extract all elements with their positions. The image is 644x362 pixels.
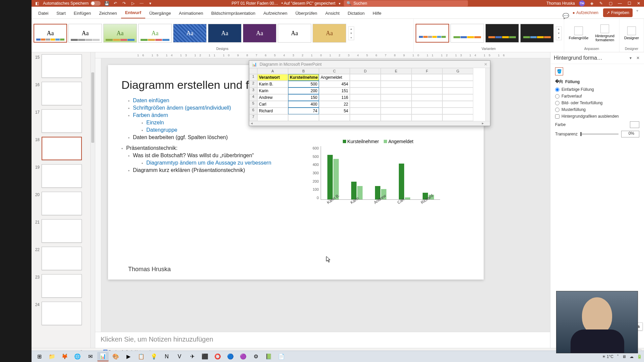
- taskbar-telegram[interactable]: ✈: [186, 352, 198, 361]
- thumb-21[interactable]: [42, 219, 82, 243]
- tab-hilfe[interactable]: Hilfe: [369, 8, 385, 18]
- from-beginning-icon[interactable]: ▷: [130, 1, 136, 6]
- share-button[interactable]: ↗Freigeben: [603, 8, 633, 17]
- variant-4[interactable]: [520, 24, 554, 43]
- slide-size-button[interactable]: Foliengröße: [566, 25, 591, 41]
- document-title[interactable]: PPT 01 Roter Faden 00…: [232, 1, 278, 6]
- taskbar-app5[interactable]: ⬛: [199, 352, 211, 361]
- thumb-19[interactable]: [42, 164, 82, 188]
- variants-more[interactable]: ▲▼▾: [556, 26, 562, 40]
- taskbar-app4[interactable]: V: [174, 352, 185, 361]
- tab-zeichnen[interactable]: Zeichnen: [95, 8, 121, 18]
- theme-9[interactable]: Aa: [313, 24, 346, 43]
- fill-solid[interactable]: Einfarbige Füllung: [555, 87, 639, 92]
- tray-cloud-icon[interactable]: ☁: [630, 354, 634, 359]
- theme-office[interactable]: Aa: [34, 24, 67, 43]
- tab-bildschirm[interactable]: Bildschirmpräsentation: [207, 8, 260, 18]
- thumb-15[interactable]: [42, 54, 82, 78]
- tray-chevron-icon[interactable]: ˄: [617, 354, 619, 359]
- tab-einfuegen[interactable]: Einfügen: [70, 8, 95, 18]
- weather-widget[interactable]: ☀ 1°C: [602, 354, 613, 359]
- tab-entwurf[interactable]: Entwurf: [121, 7, 145, 18]
- thumb-16[interactable]: [42, 82, 82, 105]
- thumbs-scrollbar[interactable]: [90, 52, 95, 348]
- tab-animationen[interactable]: Animationen: [175, 8, 207, 18]
- theme-4[interactable]: Aa: [138, 24, 172, 43]
- taskbar-excel[interactable]: 📗: [263, 352, 274, 361]
- user-name[interactable]: Thomas Hruska: [546, 1, 575, 6]
- fill-gradient[interactable]: Farbverlauf: [555, 94, 639, 99]
- slide-author[interactable]: Thomas Hruska: [128, 266, 171, 273]
- theme-2[interactable]: Aa: [68, 24, 102, 43]
- datasheet-close-icon[interactable]: ✕: [484, 62, 487, 67]
- theme-8[interactable]: Aa: [278, 24, 311, 43]
- taskbar-app3[interactable]: 💡: [148, 352, 160, 361]
- chart-datasheet[interactable]: 📊 Diagramm in Microsoft PowerPoint ✕ ABC…: [249, 60, 490, 126]
- thumb-24[interactable]: [42, 302, 82, 325]
- taskbar-app9[interactable]: 📄: [276, 352, 287, 361]
- taskbar-onenote[interactable]: N: [161, 352, 172, 361]
- pane-close-icon[interactable]: ✕: [635, 55, 641, 61]
- taskbar-outlook[interactable]: ✉: [85, 352, 96, 361]
- notes-pane[interactable]: Klicken Sie, um Notizen hinzuzufügen: [95, 332, 550, 348]
- dropdown-icon[interactable]: ▾: [339, 2, 340, 5]
- user-avatar[interactable]: TH: [579, 0, 585, 6]
- pen-icon[interactable]: ✎: [598, 1, 604, 6]
- fill-picture[interactable]: Bild- oder Texturfüllung: [555, 101, 639, 105]
- tab-datei[interactable]: Datei: [34, 8, 52, 18]
- minimize-button[interactable]: —: [617, 1, 623, 6]
- tab-uebergaenge[interactable]: Übergänge: [145, 8, 175, 18]
- record-button[interactable]: ●Aufzeichnen: [569, 8, 602, 17]
- taskbar-app2[interactable]: 📋: [136, 352, 147, 361]
- taskbar-vlc[interactable]: ▶: [123, 352, 134, 361]
- designer-button[interactable]: Designer: [622, 25, 642, 41]
- redo-icon[interactable]: ↷: [121, 1, 127, 6]
- more-icon[interactable]: ⋯: [139, 1, 144, 6]
- datasheet-vscroll[interactable]: [485, 68, 490, 121]
- tab-dictation[interactable]: Dictation: [343, 8, 369, 18]
- undo-icon[interactable]: ↶: [113, 1, 118, 6]
- taskbar-app6[interactable]: ⭕: [212, 352, 223, 361]
- chart[interactable]: Kursteilnehmer Angemeldet 60050040030020…: [313, 139, 440, 219]
- fill-pattern[interactable]: Musterfüllung: [555, 107, 639, 112]
- taskbar-explorer[interactable]: 📁: [46, 352, 58, 361]
- autosave-toggle[interactable]: Automatisches Speichern: [43, 1, 101, 6]
- close-button[interactable]: ✕: [636, 1, 641, 6]
- pane-dropdown-icon[interactable]: ▾: [628, 55, 633, 61]
- color-picker[interactable]: [630, 121, 639, 128]
- tray-display-icon[interactable]: 🖥: [622, 354, 626, 359]
- tray-battery-icon[interactable]: 🔋: [637, 354, 642, 359]
- transparency-slider[interactable]: [580, 133, 619, 135]
- taskbar-chrome[interactable]: 🌐: [72, 352, 83, 361]
- datasheet-hscroll[interactable]: [249, 121, 490, 126]
- variant-1[interactable]: [416, 24, 449, 43]
- hide-bg-graphics[interactable]: Hintergrundgrafiken ausblenden: [555, 114, 639, 119]
- thumb-20[interactable]: [42, 192, 82, 215]
- fill-section[interactable]: �向Füllung: [555, 79, 639, 84]
- bucket-icon[interactable]: 🪣: [555, 67, 563, 75]
- taskbar-powerpoint[interactable]: 📊: [97, 352, 109, 361]
- tab-ansicht[interactable]: Ansicht: [321, 8, 344, 18]
- variant-3[interactable]: [485, 24, 519, 43]
- theme-7[interactable]: Aa: [243, 24, 276, 43]
- maximize-button[interactable]: ☐: [627, 1, 632, 6]
- search-box[interactable]: 🔍 Suchen: [344, 0, 468, 6]
- themes-more[interactable]: ▲▼▾: [348, 26, 354, 40]
- theme-6[interactable]: Aa: [208, 24, 241, 43]
- thumb-18[interactable]: [42, 137, 82, 160]
- diamond-icon[interactable]: ◈: [589, 1, 594, 6]
- taskbar-app7[interactable]: 🔵: [225, 352, 236, 361]
- tab-aufzeichnen[interactable]: Aufzeichnen: [259, 8, 291, 18]
- comments-icon[interactable]: 💬: [563, 13, 569, 18]
- taskbar-app1[interactable]: 🎨: [110, 352, 121, 361]
- tab-ueberpruefen[interactable]: Überprüfen: [291, 8, 321, 18]
- start-button[interactable]: ⊞: [34, 352, 45, 361]
- qat-dropdown-icon[interactable]: ▾: [148, 1, 153, 6]
- save-icon[interactable]: 💾: [104, 1, 109, 6]
- theme-3[interactable]: Aa: [103, 24, 137, 43]
- thumb-22[interactable]: [42, 247, 82, 270]
- format-background-button[interactable]: Hintergrund formatieren: [592, 23, 617, 43]
- tab-start[interactable]: Start: [52, 8, 69, 18]
- save-state[interactable]: • Auf "diesem PC" gespeichert: [281, 1, 335, 6]
- collapse-ribbon-icon[interactable]: ˅: [633, 7, 641, 18]
